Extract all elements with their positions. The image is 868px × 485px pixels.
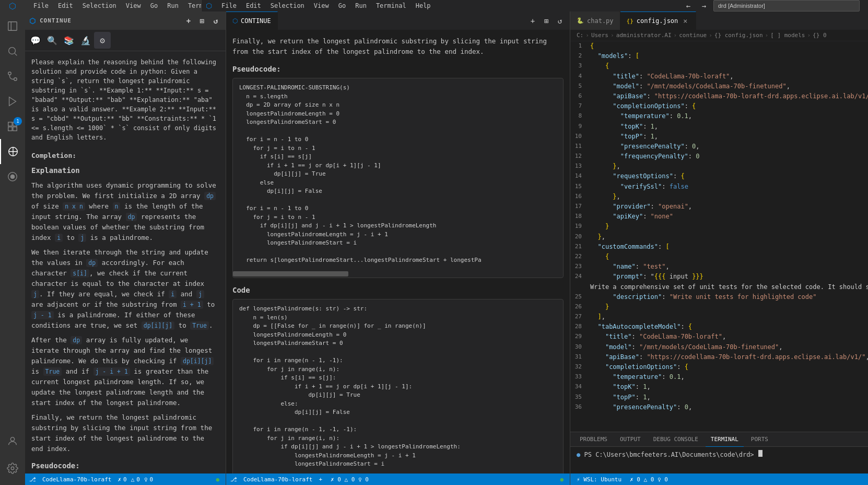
- tab-chat-py[interactable]: 🐍 chat.py: [570, 11, 620, 30]
- menu-terminal-right[interactable]: Terminal: [372, 0, 410, 11]
- line-content-9: "topK": 1,: [590, 122, 868, 132]
- middle-branch-icon: ⎇: [230, 476, 237, 483]
- breadcrumb-0[interactable]: {} 0: [813, 32, 827, 39]
- menu-file-left[interactable]: File: [29, 0, 53, 11]
- menu-view-right[interactable]: View: [310, 0, 333, 11]
- middle-pin-button[interactable]: ⊞: [541, 15, 552, 27]
- code-line-20: 20 },: [570, 232, 868, 242]
- right-status-remote[interactable]: ⚡ WSL: Ubuntu: [574, 474, 624, 485]
- activity-bar-settings[interactable]: [0, 456, 25, 481]
- json-code-editor[interactable]: 1{2 "models": [3 {4 "title": "CodeLlama-…: [570, 41, 868, 432]
- line-content-11: "presencePenalty": 0,: [590, 142, 868, 152]
- forward-button[interactable]: →: [698, 0, 710, 12]
- sidebar-search-icon[interactable]: 🔍: [44, 32, 61, 49]
- line-content-12: "frequencyPenalty": 0: [590, 152, 868, 161]
- middle-tab-continue[interactable]: ⬡ CONTINUE: [226, 11, 278, 30]
- left-status-model[interactable]: CodeLlama-70b-loraft: [40, 474, 113, 485]
- line-number-8: 8: [570, 111, 590, 121]
- line-content-4: "title": "CodeLlama-70b-loraft",: [590, 72, 868, 82]
- breadcrumb-admin[interactable]: administrator.AI: [616, 32, 672, 39]
- menu-run-right[interactable]: Run: [351, 0, 371, 11]
- left-panel-title-area: ⬡ CONTINUE: [29, 17, 72, 25]
- line-content-16: },: [590, 192, 868, 202]
- tab-ports[interactable]: PORTS: [746, 432, 773, 447]
- right-status-errors[interactable]: ✗ 0 △ 0 ♀ 0: [628, 474, 670, 485]
- line-content-5: "model": "/mnt/models/CodeLlama-70b-fine…: [590, 82, 868, 91]
- activity-bar-ai[interactable]: [0, 164, 25, 189]
- breadcrumb-models[interactable]: [ ] models: [770, 32, 805, 39]
- back-button[interactable]: ←: [682, 0, 695, 12]
- pin-button[interactable]: ⊞: [196, 15, 208, 27]
- breadcrumb-users[interactable]: Users: [591, 32, 608, 39]
- history-button[interactable]: ↺: [210, 15, 221, 27]
- activity-bar-search[interactable]: [0, 39, 25, 64]
- activity-bar-extensions[interactable]: 1: [0, 114, 25, 139]
- line-content-25: "description": "Write unit tests for hig…: [590, 292, 868, 302]
- menu-selection-right[interactable]: Selection: [266, 0, 309, 11]
- middle-status-circle[interactable]: ●: [558, 474, 566, 485]
- code-dpij: dp[i][j]: [142, 321, 174, 330]
- add-chat-button[interactable]: +: [183, 15, 194, 27]
- code-line-26: 26 }: [570, 302, 868, 312]
- activity-bar-source-control[interactable]: [0, 64, 25, 89]
- code-dpij2: dp[i][j]: [181, 357, 214, 365]
- pseudocode-scrollbar[interactable]: [233, 271, 563, 276]
- code-true: True: [190, 321, 209, 330]
- breadcrumb-continue[interactable]: continue: [679, 32, 707, 39]
- activity-bar-explorer[interactable]: [0, 14, 25, 39]
- middle-add-model[interactable]: +: [316, 474, 324, 485]
- tab-output[interactable]: OUTPUT: [615, 432, 646, 447]
- line-number-16: 16: [570, 192, 590, 202]
- menu-edit-right[interactable]: Edit: [242, 0, 265, 11]
- code-line-15: 15 "verifySsl": false: [570, 182, 868, 192]
- middle-history-button[interactable]: ↺: [554, 15, 566, 27]
- middle-code-header: Code: [232, 284, 564, 296]
- url-input[interactable]: [713, 0, 860, 11]
- tab-debug-console[interactable]: DEBUG CONSOLE: [648, 432, 703, 447]
- breadcrumb-config[interactable]: {} config.json: [714, 32, 763, 39]
- menu-help-right[interactable]: Help: [412, 0, 435, 11]
- left-panel-header: ⬡ CONTINUE + ⊞ ↺: [25, 11, 226, 30]
- vscode-icon-right: ⬡: [206, 2, 212, 10]
- tab-config-json[interactable]: {} config.json ×: [620, 11, 697, 30]
- line-content-6: "apiBase": "https://codellama-70b-loraft…: [590, 91, 868, 101]
- menu-file-right[interactable]: File: [217, 0, 241, 11]
- svg-rect-7: [13, 127, 17, 131]
- tab-problems[interactable]: PROBLEMS: [574, 432, 613, 447]
- sidebar-review-icon[interactable]: 🔬: [77, 32, 94, 49]
- menu-view-left[interactable]: View: [122, 0, 145, 11]
- line-content-20: },: [590, 232, 868, 242]
- middle-add-button[interactable]: +: [527, 15, 538, 27]
- middle-status-bar: ⎇ CodeLlama-70b-loraft + ✗ 0 △ 0 ♀ 0 ●: [226, 474, 570, 485]
- activity-bar-run[interactable]: [0, 89, 25, 114]
- tab-close-button[interactable]: ×: [681, 17, 689, 25]
- menu-go-left[interactable]: Go: [146, 0, 162, 11]
- menu-go-right[interactable]: Go: [334, 0, 350, 11]
- svg-point-12: [10, 437, 14, 441]
- code-j4: j - 1: [31, 311, 54, 319]
- middle-status-errors[interactable]: ✗ 0 △ 0 ♀ 0: [329, 474, 371, 485]
- activity-bar-accounts[interactable]: [0, 429, 25, 454]
- menu-selection-left[interactable]: Selection: [78, 0, 121, 11]
- left-status-circle[interactable]: ●: [214, 474, 221, 485]
- code-n: n: [113, 202, 121, 211]
- code-i2: i: [169, 290, 177, 298]
- terminal-panel: PROBLEMS OUTPUT DEBUG CONSOLE TERMINAL P…: [570, 432, 868, 474]
- sidebar-chat-icon[interactable]: 💬: [27, 32, 44, 49]
- menu-run-left[interactable]: Run: [163, 0, 183, 11]
- sidebar-docs-icon[interactable]: 📚: [61, 32, 77, 49]
- tab-terminal[interactable]: TERMINAL: [706, 432, 744, 447]
- middle-editor-area[interactable]: Finally, we return the longest palindrom…: [226, 30, 570, 474]
- line-number-31: 31: [570, 352, 590, 362]
- activity-bar-remote[interactable]: [0, 139, 25, 164]
- middle-status-model[interactable]: CodeLlama-70b-loraft: [241, 474, 314, 485]
- left-status-errors[interactable]: ✗ 0 △ 0 ♀ 0: [118, 476, 153, 483]
- breadcrumb-c[interactable]: C:: [577, 32, 583, 39]
- chat-content[interactable]: Please explain the reasoning behind the …: [25, 51, 226, 474]
- sidebar-active-icon[interactable]: ⚙: [94, 32, 111, 49]
- terminal-prompt-text: PS C:\Users\bmcfeeters.AI\Documents\code…: [584, 451, 754, 458]
- line-content-10: "topP": 1,: [590, 132, 868, 142]
- menu-edit-left[interactable]: Edit: [54, 0, 77, 11]
- code-dp2: dp: [126, 213, 137, 221]
- pseudocode-container: LONGEST-PALINDROMIC-SUBSTRING(s) n = s.l…: [232, 78, 564, 278]
